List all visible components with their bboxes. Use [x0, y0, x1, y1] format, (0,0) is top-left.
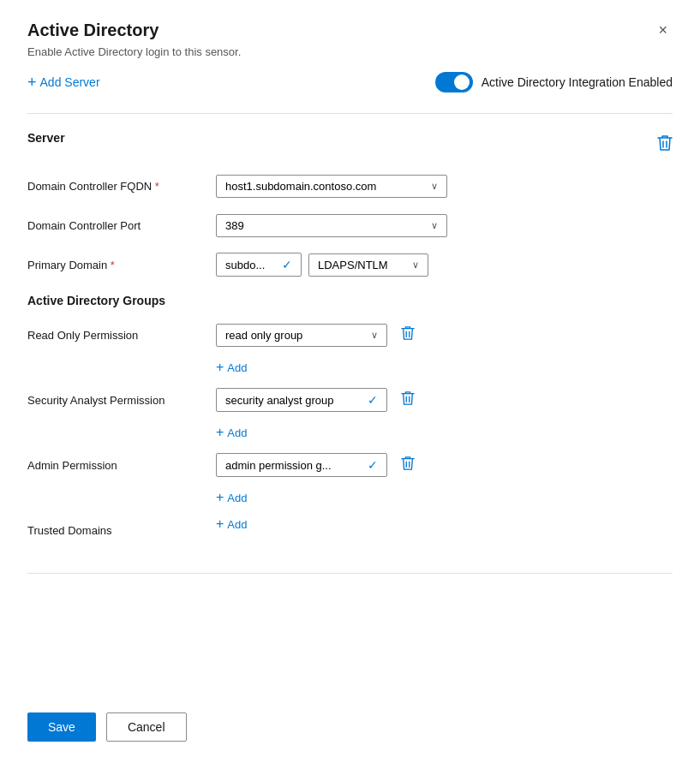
read-only-controls: read only group ∨: [216, 324, 673, 347]
admin-permission-group: Admin Permission admin permission g... ✓: [27, 451, 673, 504]
security-analyst-add-label: Add: [227, 426, 247, 439]
bottom-divider: [27, 573, 673, 574]
checkmark-icon: ✓: [282, 258, 292, 271]
chevron-down-icon: ∨: [412, 259, 419, 271]
domain-controller-port-row: Domain Controller Port 389 ∨: [27, 212, 673, 239]
add-server-button[interactable]: + Add Server: [27, 75, 100, 90]
top-bar: + Add Server Active Directory Integratio…: [27, 72, 673, 92]
read-only-group-value: read only group: [225, 329, 302, 342]
read-only-permission-group: Read Only Permission read only group ∨: [27, 321, 673, 374]
toggle-thumb: [454, 75, 470, 90]
domain-controller-fqdn-label: Domain Controller FQDN *: [27, 180, 216, 193]
toggle-track: [435, 72, 473, 92]
primary-domain-controls: subdo... ✓ LDAPS/NTLM ∨: [216, 253, 673, 277]
active-directory-dialog: Active Directory × Enable Active Directo…: [0, 0, 700, 769]
plus-icon: +: [216, 491, 224, 504]
chevron-down-icon: ∨: [371, 330, 378, 341]
primary-domain-value: subdo...: [225, 259, 265, 271]
primary-domain-row: Primary Domain * subdo... ✓ LDAPS/NTLM ∨: [27, 251, 673, 278]
admin-row: Admin Permission admin permission g... ✓: [27, 451, 673, 479]
server-delete-button[interactable]: [657, 134, 673, 155]
admin-group-value: admin permission g...: [225, 459, 332, 472]
admin-controls: admin permission g... ✓: [216, 453, 673, 477]
cancel-button[interactable]: Cancel: [106, 712, 187, 742]
security-analyst-group-value: security analyst group: [225, 394, 333, 407]
admin-label: Admin Permission: [27, 459, 216, 472]
server-header: Server: [27, 131, 673, 158]
chevron-down-icon: ∨: [431, 220, 438, 231]
toggle-area: Active Directory Integration Enabled: [435, 72, 673, 92]
admin-add-label: Add: [227, 492, 247, 504]
chevron-down-icon: ∨: [431, 181, 438, 192]
trusted-domains-controls: + Add: [216, 517, 673, 543]
plus-icon: +: [27, 75, 37, 90]
admin-add-button[interactable]: + Add: [216, 491, 247, 504]
read-only-row: Read Only Permission read only group ∨: [27, 321, 673, 349]
dialog-subtitle: Enable Active Directory login to this se…: [27, 45, 673, 58]
trusted-domains-add-label: Add: [227, 518, 247, 531]
ldap-value: LDAPS/NTLM: [318, 259, 388, 271]
footer: Save Cancel: [27, 685, 673, 742]
domain-controller-port-controls: 389 ∨: [216, 214, 673, 237]
checkmark-icon: ✓: [368, 393, 378, 407]
security-analyst-select[interactable]: security analyst group ✓: [216, 388, 387, 412]
security-analyst-controls: security analyst group ✓: [216, 388, 673, 412]
admin-delete-button[interactable]: [401, 456, 415, 474]
trusted-domains-row: Trusted Domains + Add: [27, 516, 673, 544]
primary-domain-label: Primary Domain *: [27, 259, 216, 271]
dialog-header: Active Directory ×: [27, 21, 673, 40]
plus-icon: +: [216, 426, 224, 439]
security-analyst-label: Security Analyst Permission: [27, 394, 216, 407]
trusted-domains-add-button[interactable]: + Add: [216, 517, 247, 531]
required-star: *: [155, 180, 159, 193]
domain-controller-port-value: 389: [225, 219, 244, 232]
domain-controller-port-select[interactable]: 389 ∨: [216, 214, 447, 237]
read-only-add-label: Add: [227, 361, 247, 374]
integration-label: Active Directory Integration Enabled: [482, 75, 673, 89]
read-only-delete-button[interactable]: [401, 325, 415, 344]
security-analyst-delete-button[interactable]: [401, 390, 415, 409]
primary-domain-select[interactable]: subdo... ✓: [216, 253, 302, 277]
domain-controller-fqdn-select[interactable]: host1.subdomain.contoso.com ∨: [216, 175, 447, 198]
domain-controller-fqdn-value: host1.subdomain.contoso.com: [225, 180, 376, 193]
read-only-select[interactable]: read only group ∨: [216, 324, 387, 347]
ad-groups-label: Active Directory Groups: [27, 294, 673, 307]
close-button[interactable]: ×: [653, 21, 673, 39]
security-analyst-row: Security Analyst Permission security ana…: [27, 386, 673, 414]
domain-controller-fqdn-controls: host1.subdomain.contoso.com ∨: [216, 175, 673, 198]
plus-icon: +: [216, 517, 224, 531]
domain-controller-fqdn-row: Domain Controller FQDN * host1.subdomain…: [27, 172, 673, 200]
ldap-select[interactable]: LDAPS/NTLM ∨: [308, 253, 428, 277]
admin-select[interactable]: admin permission g... ✓: [216, 453, 387, 477]
read-only-add-button[interactable]: + Add: [216, 361, 247, 374]
domain-controller-port-label: Domain Controller Port: [27, 219, 216, 232]
security-analyst-add-button[interactable]: + Add: [216, 426, 247, 439]
trusted-domains-label: Trusted Domains: [27, 524, 216, 537]
required-star-2: *: [111, 259, 115, 271]
add-server-label: Add Server: [40, 75, 100, 89]
integration-toggle[interactable]: [435, 72, 473, 92]
top-divider: [27, 113, 673, 114]
dialog-title: Active Directory: [27, 21, 159, 40]
plus-icon: +: [216, 361, 224, 374]
read-only-label: Read Only Permission: [27, 329, 216, 342]
checkmark-icon: ✓: [368, 458, 378, 472]
security-analyst-permission-group: Security Analyst Permission security ana…: [27, 386, 673, 439]
save-button[interactable]: Save: [27, 712, 96, 742]
server-section-label: Server: [27, 131, 65, 145]
ad-groups-section: Active Directory Groups Read Only Permis…: [27, 294, 673, 556]
